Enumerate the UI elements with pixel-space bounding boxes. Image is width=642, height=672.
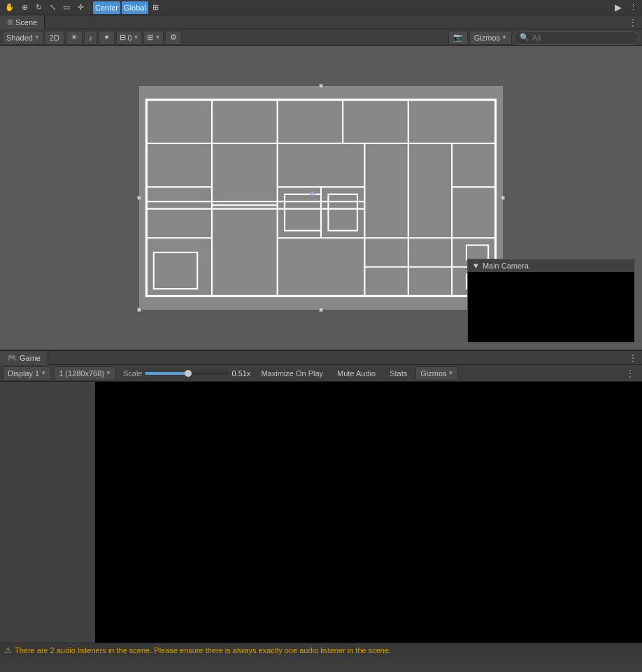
gizmos-chevron: ▼ — [501, 34, 507, 41]
global-label: Global — [124, 3, 146, 12]
lighting-btn[interactable]: ☀ — [66, 31, 83, 45]
game-tab[interactable]: 🎮 Game — [0, 351, 48, 365]
camera-preview-label: Main Camera — [483, 262, 529, 270]
transform-tool-btn[interactable]: ✛ — [74, 1, 87, 14]
shading-label: Shaded — [6, 34, 33, 42]
top-toolbar: ✋ ⊕ ↻ ⤡ ▭ ✛ Center Global ⊞ ▶ ⋮ — [0, 0, 642, 15]
handle-left-center[interactable] — [137, 196, 141, 200]
tools-btn[interactable]: ⚙ — [165, 31, 182, 45]
game-panel: 🎮 Game ⋮ Display 1 ▼ 1 (1280x768) ▼ Scal… — [0, 351, 642, 657]
svg-rect-26 — [466, 245, 488, 260]
floor-plan-container — [139, 86, 503, 310]
resolution-label: 1 (1280x768) — [59, 369, 104, 378]
display-chevron: ▼ — [41, 370, 46, 376]
overlay-count: 0 — [127, 34, 131, 42]
resolution-chevron: ▼ — [106, 370, 111, 376]
scene-tab-label: Scene — [15, 18, 37, 27]
center-label: Center — [95, 3, 118, 12]
display-dropdown[interactable]: Display 1 ▼ — [3, 366, 51, 380]
scale-slider-thumb[interactable] — [185, 370, 192, 377]
scale-slider[interactable] — [145, 372, 229, 375]
scene-tab-more[interactable]: ⋮ — [624, 17, 642, 28]
scale-slider-fill — [145, 372, 187, 375]
toolbar-separator — [90, 2, 90, 13]
game-gizmos-btn[interactable]: Gizmos ▼ — [415, 366, 458, 380]
2d-label: 2D — [50, 34, 59, 42]
global-btn[interactable]: Global — [122, 1, 148, 14]
camera-preview-arrow: ▼ — [472, 262, 480, 270]
game-tabs: 🎮 Game ⋮ — [0, 351, 642, 365]
fx-btn[interactable]: ✦ — [99, 31, 115, 45]
audio-btn[interactable]: ♪ — [84, 31, 98, 45]
scene-viewport: ▼ Main Camera — [0, 46, 642, 350]
scene-toolbar-right: 📷 Gizmos ▼ 🔍 — [448, 31, 639, 45]
game-side-strip — [0, 382, 95, 657]
search-input[interactable] — [532, 34, 633, 42]
shading-dropdown[interactable]: Shaded ▼ — [3, 31, 43, 45]
scene-panel: ⊞ Scene ⋮ Shaded ▼ 2D ☀ ♪ ✦ ⊟ 0 ▼ ⊞ — [0, 15, 642, 351]
status-text: There are 2 audio listeners in the scene… — [15, 646, 391, 655]
rotate-tool-btn[interactable]: ↻ — [32, 1, 45, 14]
svg-rect-23 — [154, 252, 197, 289]
extra-dropdown[interactable]: ⊞ ▼ — [143, 31, 164, 45]
warning-icon: ⚠ — [4, 645, 12, 655]
scale-slider-container: 0.51x — [145, 369, 252, 378]
camera-preview: ▼ Main Camera — [467, 259, 635, 343]
game-viewport — [0, 382, 642, 657]
game-toolbar-more[interactable]: ⋮ — [621, 368, 639, 379]
hand-tool-btn[interactable]: ✋ — [3, 1, 17, 14]
shading-chevron: ▼ — [34, 34, 40, 41]
gizmos-btn[interactable]: Gizmos ▼ — [469, 31, 512, 45]
game-gizmos-chevron: ▼ — [448, 370, 454, 376]
scale-value: 0.51x — [231, 369, 252, 378]
scene-tab-icon: ⊞ — [7, 18, 13, 26]
scene-tab[interactable]: ⊞ Scene — [0, 15, 45, 29]
svg-rect-21 — [285, 194, 321, 231]
extra-chevron: ▼ — [155, 34, 160, 41]
game-tab-label: Game — [20, 354, 41, 362]
grid-btn[interactable]: ⊞ — [150, 1, 162, 14]
move-tool-btn[interactable]: ⊕ — [18, 1, 31, 14]
game-tab-more[interactable]: ⋮ — [624, 352, 642, 364]
game-toolbar: Display 1 ▼ 1 (1280x768) ▼ Scale 0.51x M… — [0, 365, 642, 382]
search-box[interactable]: 🔍 — [513, 31, 639, 45]
floor-plan-svg — [139, 86, 503, 310]
toolbar-right: ▶ ⋮ — [610, 1, 639, 14]
maximize-on-play-btn[interactable]: Maximize On Play — [255, 366, 329, 380]
more-options-btn[interactable]: ⋮ — [627, 1, 639, 14]
overlay-dropdown[interactable]: ⊟ 0 ▼ — [116, 31, 142, 45]
scale-tool-btn[interactable]: ⤡ — [46, 1, 59, 14]
handle-top-center[interactable] — [319, 84, 323, 88]
gizmos-label: Gizmos — [474, 34, 500, 42]
scale-label: Scale — [123, 369, 143, 378]
camera-preview-body — [468, 272, 634, 342]
search-icon: 🔍 — [520, 33, 529, 42]
game-gizmos-label: Gizmos — [420, 369, 446, 378]
svg-rect-22 — [328, 194, 357, 231]
rect-tool-btn[interactable]: ▭ — [60, 1, 73, 14]
stats-btn[interactable]: Stats — [384, 366, 413, 380]
play-btn[interactable]: ▶ — [610, 1, 627, 14]
2d-btn[interactable]: 2D — [45, 31, 64, 45]
center-btn[interactable]: Center — [93, 1, 120, 14]
mute-audio-btn[interactable]: Mute Audio — [331, 366, 381, 380]
extra-icon: ⊞ — [147, 33, 153, 42]
handle-right-center[interactable] — [501, 196, 505, 200]
handle-bottom-center[interactable] — [319, 308, 323, 312]
display-label: Display 1 — [8, 369, 39, 378]
overlay-icon: ⊟ — [120, 33, 126, 42]
game-tab-icon: 🎮 — [7, 353, 17, 362]
scene-toolbar: Shaded ▼ 2D ☀ ♪ ✦ ⊟ 0 ▼ ⊞ ▼ ⚙ 📷 Gizm — [0, 29, 642, 46]
status-bar: ⚠ There are 2 audio listeners in the sce… — [0, 643, 642, 657]
camera-preview-header: ▼ Main Camera — [468, 259, 634, 272]
game-black-area — [95, 382, 642, 657]
handle-bottom-left[interactable] — [137, 308, 141, 312]
overlay-chevron: ▼ — [134, 34, 139, 41]
camera-btn[interactable]: 📷 — [448, 31, 468, 45]
scene-tabs: ⊞ Scene ⋮ — [0, 15, 642, 29]
resolution-dropdown[interactable]: 1 (1280x768) ▼ — [54, 366, 116, 380]
main-area: ✋ ⊕ ↻ ⤡ ▭ ✛ Center Global ⊞ ▶ ⋮ ⊞ Scene … — [0, 0, 642, 657]
